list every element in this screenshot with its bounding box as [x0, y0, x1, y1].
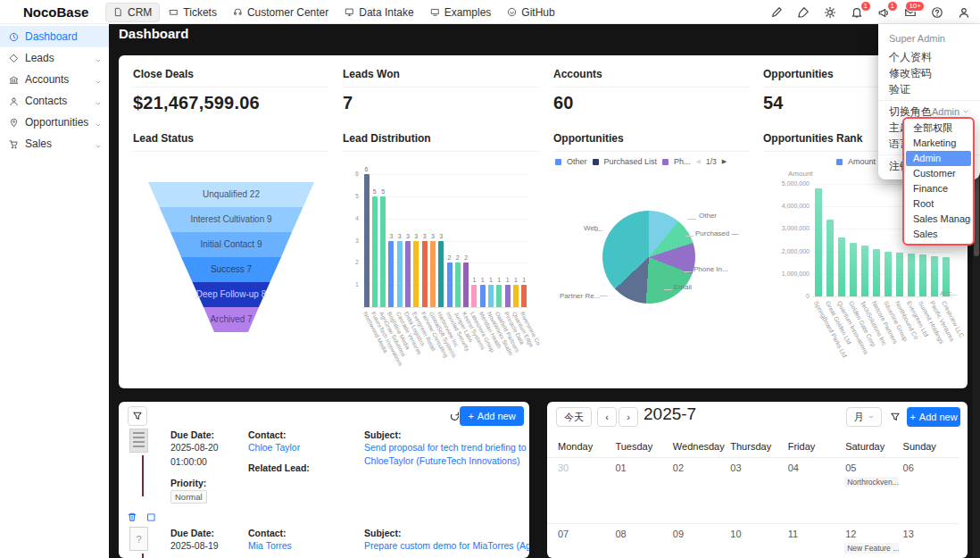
- calendar-date[interactable]: 07: [558, 529, 569, 539]
- role-option-marketing[interactable]: Marketing: [906, 136, 971, 151]
- role-option-customer[interactable]: Customer: [906, 166, 971, 181]
- brush-button[interactable]: [796, 5, 810, 20]
- role-option-全部权限[interactable]: 全部权限: [906, 121, 971, 136]
- sidebar-item-contacts[interactable]: Contacts: [0, 90, 109, 112]
- pen-button[interactable]: [769, 5, 784, 20]
- subject-link[interactable]: Send proposal for tech trend briefing to: [364, 442, 527, 453]
- dist-bar: [364, 174, 370, 307]
- sidebar-item-opportunities[interactable]: Opportunities: [0, 112, 109, 133]
- legend-label[interactable]: Other: [567, 157, 587, 166]
- calendar-event[interactable]: New Feature ...: [844, 543, 898, 554]
- legend-label[interactable]: Purchased List: [604, 157, 658, 166]
- calendar-date[interactable]: 02: [673, 462, 684, 473]
- role-option-sales[interactable]: Sales: [906, 227, 971, 242]
- calendar-today-button[interactable]: 今天: [556, 407, 592, 427]
- bank-icon: [9, 75, 19, 85]
- sidebar-item-leads[interactable]: Leads: [0, 47, 109, 69]
- row-select-checkbox[interactable]: [145, 511, 157, 523]
- calendar-date[interactable]: 06: [903, 462, 914, 473]
- legend-label[interactable]: Amount: [848, 157, 876, 166]
- headset-icon: [233, 7, 243, 17]
- calendar-date[interactable]: 09: [673, 529, 684, 539]
- subject-link[interactable]: ChloeTaylor (FutureTech Innovations): [364, 455, 520, 466]
- y-tick-label: 2,000,000: [770, 248, 810, 254]
- sidebar-item-label: Accounts: [25, 73, 69, 86]
- gear-icon: [824, 6, 836, 19]
- calendar-date[interactable]: 13: [903, 529, 914, 539]
- dist-bar: [513, 285, 519, 307]
- chevron-down-icon[interactable]: [95, 54, 102, 67]
- nav-item-crm[interactable]: CRM: [105, 3, 160, 22]
- tasks-filter-button[interactable]: [128, 406, 147, 426]
- contact-link[interactable]: Mia Torres: [248, 540, 292, 551]
- lead-status-funnel: Unqualified 22Interest Cultivation 9Init…: [133, 155, 329, 383]
- role-option-sales-manager[interactable]: Sales Manager: [906, 212, 971, 227]
- sidebar-item-accounts[interactable]: Accounts: [0, 69, 109, 90]
- nav-item-tickets[interactable]: Tickets: [162, 4, 224, 21]
- gear-button[interactable]: [823, 5, 837, 20]
- chevron-down-icon[interactable]: [95, 76, 102, 88]
- role-option-admin[interactable]: Admin: [906, 151, 971, 166]
- subject-link[interactable]: Prepare custom demo for MiaTorres (AgriG…: [364, 540, 529, 551]
- nav-item-examples[interactable]: Examples: [423, 4, 499, 21]
- calendar-date[interactable]: 05: [845, 462, 856, 473]
- row-delete-button[interactable]: [126, 511, 138, 523]
- bell-button[interactable]: 1: [850, 5, 864, 20]
- chevron-down-icon[interactable]: [95, 119, 102, 131]
- rank-legend: Amount: [836, 157, 876, 166]
- calendar-filter-button[interactable]: [885, 407, 905, 427]
- user-button[interactable]: [957, 5, 971, 20]
- megaphone-button[interactable]: 1: [876, 5, 891, 20]
- rank-bar: [815, 188, 822, 296]
- chevron-down-icon[interactable]: [95, 140, 102, 153]
- cart-icon: [9, 139, 19, 149]
- calendar-add-new-button[interactable]: +Add new: [907, 407, 960, 427]
- sidebar-item-sales[interactable]: Sales: [0, 133, 109, 154]
- stat-value-3: 54: [763, 93, 784, 113]
- subject-label: Subject:: [364, 429, 401, 440]
- priority-label: Priority:: [170, 478, 206, 488]
- notification-badge: 10+: [905, 1, 925, 12]
- legend-next-icon[interactable]: ▶: [722, 158, 727, 165]
- nav-item-data-intake[interactable]: Data Intake: [337, 4, 420, 21]
- due-date-label: Due Date:: [170, 528, 214, 538]
- calendar-date[interactable]: 10: [730, 529, 741, 539]
- help-button[interactable]: [930, 5, 944, 20]
- mail-button[interactable]: 10+: [903, 5, 918, 20]
- nocobase-logo[interactable]: NocoBase: [23, 0, 88, 24]
- calendar-view-select[interactable]: 月: [846, 407, 882, 427]
- attachment-thumbnail[interactable]: [129, 429, 148, 453]
- plus-icon: +: [468, 411, 473, 421]
- contact-link[interactable]: Chloe Taylor: [248, 442, 300, 453]
- gridline: [362, 174, 528, 175]
- role-select[interactable]: Admin: [932, 106, 969, 117]
- tasks-add-new-button[interactable]: +Add new: [460, 406, 524, 426]
- calendar-date[interactable]: 04: [788, 462, 799, 473]
- menu-item-verification[interactable]: 验证: [878, 81, 980, 97]
- axis-line: [813, 296, 952, 297]
- calendar-date[interactable]: 11: [788, 529, 798, 539]
- calendar-date[interactable]: 03: [730, 462, 741, 473]
- calendar-date[interactable]: 08: [615, 529, 626, 539]
- calendar-next-button[interactable]: ›: [619, 407, 638, 427]
- chevron-down-icon[interactable]: [95, 97, 102, 110]
- menu-item-change-password[interactable]: 修改密码: [878, 65, 980, 81]
- role-option-finance[interactable]: Finance: [906, 181, 971, 196]
- calendar-date[interactable]: 12: [845, 529, 856, 539]
- nav-item-label: Examples: [444, 6, 492, 19]
- sidebar-item-dashboard[interactable]: Dashboard: [0, 26, 109, 47]
- attachment-thumbnail-broken[interactable]: ?: [129, 527, 148, 551]
- role-option-root[interactable]: Root: [906, 196, 971, 212]
- menu-item-profile[interactable]: 个人资料: [878, 49, 980, 65]
- y-tick-label: 1: [346, 281, 359, 287]
- calendar-card: 今天‹›2025-7月+Add newMondayTuesdayWednesda…: [547, 402, 968, 558]
- nav-item-customer-center[interactable]: Customer Center: [226, 4, 336, 21]
- calendar-prev-button[interactable]: ‹: [597, 407, 617, 427]
- calendar-date[interactable]: 30: [558, 462, 569, 473]
- y-tick-label: 2: [346, 259, 359, 265]
- calendar-date[interactable]: 01: [615, 462, 626, 473]
- nav-item-github[interactable]: GitHub: [500, 4, 561, 21]
- calendar-event[interactable]: Northrockven...: [844, 477, 898, 487]
- legend-prev-icon[interactable]: ◀: [696, 158, 701, 165]
- legend-label[interactable]: Ph...: [674, 157, 691, 166]
